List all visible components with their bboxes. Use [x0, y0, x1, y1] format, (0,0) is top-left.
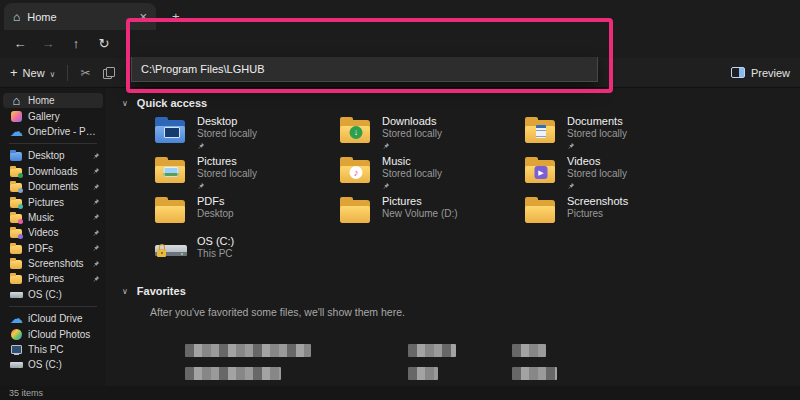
- tile-pictures-d[interactable]: Pictures New Volume (D:): [339, 195, 524, 233]
- tile-pdfs[interactable]: PDFs Desktop: [154, 195, 339, 233]
- tile-name: Screenshots: [567, 195, 628, 208]
- tile-subtitle: Stored locally: [382, 168, 442, 180]
- title-bar: Home: [0, 0, 800, 30]
- redacted-item: [185, 367, 281, 380]
- collapse-chevron-icon[interactable]: [122, 98, 128, 108]
- tile-subtitle: New Volume (D:): [382, 208, 458, 220]
- sidebar-item-label: Home: [28, 95, 100, 106]
- tile-documents[interactable]: Documents Stored locally: [524, 115, 709, 153]
- drive-icon: [10, 288, 23, 301]
- tile-desktop[interactable]: Desktop Stored locally: [154, 115, 339, 153]
- refresh-button[interactable]: [92, 33, 116, 55]
- icloud-photos-icon: [10, 328, 23, 341]
- folder-icon: [339, 196, 373, 225]
- plus-icon: [10, 65, 18, 80]
- pin-icon: [92, 213, 100, 221]
- explorer-tab-home[interactable]: Home: [4, 3, 156, 30]
- sidebar-item-label: Screenshots: [28, 258, 87, 269]
- sidebar-item-music[interactable]: Music: [3, 210, 103, 225]
- sidebar-item-label: Videos: [28, 227, 87, 238]
- drive-bitlocker-icon: [154, 236, 188, 265]
- cut-button[interactable]: [80, 66, 90, 80]
- downloads-folder-icon: [339, 116, 373, 145]
- sidebar-item-label: OneDrive - Personal: [28, 126, 100, 137]
- address-suggestion-item[interactable]: C:\Program Files\LGHUB: [141, 63, 264, 75]
- pin-icon: [567, 182, 575, 190]
- gallery-icon: [10, 110, 23, 123]
- sidebar-item-documents[interactable]: Documents: [3, 179, 103, 194]
- tile-screenshots[interactable]: Screenshots Pictures: [524, 195, 709, 233]
- pin-icon: [92, 260, 100, 268]
- sidebar-item-pictures-2[interactable]: Pictures: [3, 271, 103, 286]
- main-content: Quick access Desktop Stored locally Down…: [106, 88, 800, 386]
- sidebar-item-label: Documents: [28, 181, 87, 192]
- new-button[interactable]: New: [10, 65, 55, 80]
- quick-access-section-header[interactable]: Quick access: [106, 88, 800, 112]
- tile-subtitle: Stored locally: [197, 168, 257, 180]
- pin-icon: [92, 152, 100, 160]
- pin-icon: [382, 182, 390, 190]
- icloud-drive-icon: [10, 312, 23, 325]
- sidebar-item-label: Pictures: [28, 273, 87, 284]
- this-pc-icon: [10, 343, 23, 356]
- tile-music[interactable]: Music Stored locally: [339, 155, 524, 193]
- sidebar-item-downloads[interactable]: Downloads: [3, 164, 103, 179]
- tile-downloads[interactable]: Downloads Stored locally: [339, 115, 524, 153]
- folder-icon: [524, 196, 558, 225]
- preview-pane-icon: [731, 67, 745, 78]
- sidebar-item-os-c-2[interactable]: OS (C:): [3, 357, 103, 372]
- sidebar-item-os-c[interactable]: OS (C:): [3, 287, 103, 302]
- lock-icon: [157, 249, 166, 257]
- tile-videos[interactable]: Videos Stored locally: [524, 155, 709, 193]
- sidebar-item-this-pc[interactable]: This PC: [3, 342, 103, 357]
- redacted-item: [512, 344, 546, 357]
- pin-icon: [197, 182, 205, 190]
- desktop-folder-icon: [154, 116, 188, 145]
- pin-icon: [92, 275, 100, 283]
- folder-icon: [10, 242, 23, 255]
- preview-toggle-button[interactable]: Preview: [731, 67, 790, 79]
- sidebar-item-desktop[interactable]: Desktop: [3, 148, 103, 163]
- sidebar-item-icloud-drive[interactable]: iCloud Drive: [3, 311, 103, 326]
- tile-name: Documents: [567, 115, 627, 128]
- sidebar-item-label: iCloud Drive: [28, 313, 100, 324]
- tab-close-icon[interactable]: [139, 10, 147, 23]
- new-tab-button[interactable]: [166, 3, 186, 30]
- videos-folder-icon: [524, 156, 558, 185]
- sidebar-item-pictures[interactable]: Pictures: [3, 194, 103, 209]
- sidebar-item-label: iCloud Photos: [28, 329, 100, 340]
- back-button[interactable]: [8, 33, 32, 55]
- sidebar-item-label: Gallery: [28, 111, 100, 122]
- forward-button[interactable]: [36, 33, 60, 55]
- sidebar-item-label: This PC: [28, 344, 100, 355]
- copy-button[interactable]: [103, 67, 113, 78]
- sidebar-item-screenshots[interactable]: Screenshots: [3, 256, 103, 271]
- tile-name: PDFs: [197, 195, 234, 208]
- collapse-chevron-icon[interactable]: [122, 286, 128, 296]
- documents-folder-icon: [10, 180, 23, 193]
- sidebar-item-videos[interactable]: Videos: [3, 225, 103, 240]
- sidebar-item-home[interactable]: Home: [3, 93, 103, 108]
- tile-name: OS (C:): [197, 235, 234, 248]
- tile-subtitle: This PC: [197, 248, 234, 260]
- tile-subtitle: Pictures: [567, 208, 628, 220]
- preview-label: Preview: [751, 67, 790, 79]
- up-button[interactable]: [64, 33, 88, 55]
- redacted-item: [185, 344, 311, 357]
- sidebar-item-label: OS (C:): [28, 359, 100, 370]
- tile-subtitle: Stored locally: [197, 128, 257, 140]
- navigation-bar: C:\Program Files\LGHUB Search Home: [0, 30, 800, 58]
- sidebar-item-onedrive[interactable]: OneDrive - Personal: [3, 124, 103, 139]
- tile-os-c[interactable]: OS (C:) This PC: [154, 235, 339, 273]
- favorites-section-header[interactable]: Favorites: [106, 273, 800, 300]
- tile-pictures[interactable]: Pictures Stored locally: [154, 155, 339, 193]
- copy-icon: [103, 67, 113, 78]
- address-suggestion-dropdown: C:\Program Files\LGHUB: [131, 57, 598, 82]
- sidebar-item-pdfs[interactable]: PDFs: [3, 241, 103, 256]
- tile-name: Downloads: [382, 115, 442, 128]
- tile-name: Desktop: [197, 115, 257, 128]
- redacted-item: [408, 367, 438, 380]
- sidebar-item-gallery[interactable]: Gallery: [3, 108, 103, 123]
- tile-name: Music: [382, 155, 442, 168]
- sidebar-item-icloud-photos[interactable]: iCloud Photos: [3, 326, 103, 341]
